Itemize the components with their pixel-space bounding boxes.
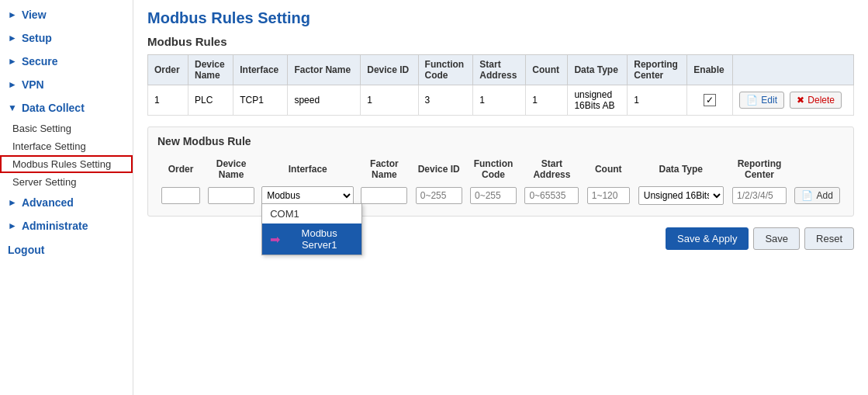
col-header-reporting-center: ReportingCenter	[628, 55, 687, 85]
input-device-id-cell	[412, 183, 466, 208]
table-row: 1 PLC TCP1 speed 1 3 1 1 unsigned16Bits …	[148, 85, 854, 116]
input-add-cell: 📄 Add	[790, 183, 844, 208]
chevron-right-icon: ►	[8, 56, 17, 67]
sidebar-sub-label: Server Setting	[12, 176, 76, 188]
cell-interface: TCP1	[233, 85, 288, 116]
count-input[interactable]	[587, 187, 630, 204]
save-button[interactable]: Save	[753, 227, 800, 250]
start-address-input[interactable]	[524, 187, 579, 204]
sidebar-sub-label: Modbus Rules Setting	[12, 158, 111, 170]
col-header-count: Count	[526, 55, 568, 85]
col-header-device-name: DeviceName	[188, 55, 233, 85]
save-label: Save	[765, 233, 788, 244]
sidebar-sub-modbus-rules-setting[interactable]: Modbus Rules Setting	[0, 155, 133, 173]
function-code-input[interactable]	[470, 187, 517, 204]
sidebar-sub-interface-setting[interactable]: Interface Setting	[0, 137, 133, 155]
cell-start-address: 1	[473, 85, 526, 116]
edit-icon: 📄	[746, 95, 758, 106]
dd-item-com1[interactable]: COM1	[262, 204, 361, 223]
sidebar-item-label: Secure	[22, 55, 58, 68]
input-col-factor-name: FactorName	[357, 155, 411, 183]
add-button[interactable]: 📄 Add	[794, 187, 839, 204]
col-header-start-address: StartAddress	[473, 55, 526, 85]
input-col-device-id: Device ID	[412, 155, 466, 183]
input-order-cell	[157, 183, 204, 208]
arrow-icon: ➡	[270, 232, 280, 247]
sidebar-item-label: Advanced	[22, 196, 74, 209]
input-col-start-address: StartAddress	[520, 155, 583, 183]
input-col-order: Order	[157, 155, 204, 183]
input-col-data-type: Data Type	[634, 155, 728, 183]
sidebar-sub-label: Interface Setting	[12, 140, 86, 152]
input-col-interface: Interface	[258, 155, 357, 183]
input-col-add	[790, 155, 844, 183]
input-device-name-cell	[204, 183, 258, 208]
chevron-right-icon: ►	[8, 9, 17, 20]
reporting-center-input[interactable]	[732, 187, 787, 204]
chevron-right-icon: ►	[8, 33, 17, 43]
col-header-actions	[733, 55, 854, 85]
save-apply-button[interactable]: Save & Apply	[666, 227, 749, 250]
add-label: Add	[816, 190, 832, 201]
cell-enable: ✓	[687, 85, 733, 116]
input-interface-cell: Modbus COM1 Modbus Server1 COM1 ➡	[258, 183, 357, 208]
col-header-enable: Enable	[687, 55, 733, 85]
order-input[interactable]	[161, 187, 200, 204]
cell-device-id: 1	[361, 85, 418, 116]
input-col-count: Count	[583, 155, 634, 183]
data-type-select[interactable]: Unsigned 16Bits Signed 16Bits Unsigned 3…	[638, 186, 724, 205]
col-header-factor-name: Factor Name	[288, 55, 361, 85]
input-count-cell	[583, 183, 634, 208]
device-id-input[interactable]	[416, 187, 462, 204]
chevron-down-icon: ▼	[8, 102, 17, 113]
sidebar-item-setup[interactable]: ► Setup	[0, 26, 133, 50]
delete-label: Delete	[807, 95, 835, 106]
new-rule-table: Order DeviceName Interface FactorName De…	[157, 155, 844, 208]
reset-button[interactable]: Reset	[804, 227, 854, 250]
new-rule-input-row: Modbus COM1 Modbus Server1 COM1 ➡	[157, 183, 844, 208]
sidebar-item-vpn[interactable]: ► VPN	[0, 73, 133, 96]
sidebar-item-label: Setup	[22, 32, 52, 44]
enable-checkbox[interactable]: ✓	[704, 94, 716, 106]
chevron-right-icon: ►	[8, 79, 17, 90]
new-rule-title: New Modbus Rule	[157, 135, 844, 147]
cell-factor-name: speed	[288, 85, 361, 116]
input-start-address-cell	[520, 183, 583, 208]
cell-order: 1	[148, 85, 188, 116]
col-header-device-id: Device ID	[361, 55, 418, 85]
sidebar-item-advanced[interactable]: ► Advanced	[0, 191, 133, 214]
edit-button[interactable]: 📄 Edit	[739, 92, 784, 109]
main-content: Modbus Rules Setting Modbus Rules Order …	[133, 0, 868, 395]
sidebar-item-view[interactable]: ► View	[0, 3, 133, 26]
input-col-device-name: DeviceName	[204, 155, 258, 183]
sidebar-item-data-collect[interactable]: ▼ Data Collect	[0, 96, 133, 120]
delete-button[interactable]: ✖ Delete	[790, 92, 842, 109]
sidebar-sub-label: Basic Setting	[12, 123, 71, 134]
col-header-interface: Interface	[233, 55, 288, 85]
col-header-data-type: Data Type	[568, 55, 628, 85]
chevron-right-icon: ►	[8, 220, 17, 231]
input-reporting-center-cell	[728, 183, 791, 208]
sidebar-item-administrate[interactable]: ► Administrate	[0, 214, 133, 237]
page-title: Modbus Rules Setting	[147, 9, 854, 27]
reset-label: Reset	[816, 233, 842, 244]
logout-link[interactable]: Logout	[0, 237, 133, 262]
factor-name-input[interactable]	[361, 187, 407, 204]
interface-dropdown-menu: COM1 ➡ Modbus Server1	[261, 203, 362, 255]
input-col-reporting-center: ReportingCenter	[728, 155, 791, 183]
device-name-input[interactable]	[208, 187, 254, 204]
sidebar-sub-basic-setting[interactable]: Basic Setting	[0, 120, 133, 137]
input-factor-name-cell	[357, 183, 411, 208]
interface-select[interactable]: Modbus COM1 Modbus Server1	[261, 186, 354, 205]
col-header-order: Order	[148, 55, 188, 85]
sidebar-item-secure[interactable]: ► Secure	[0, 50, 133, 73]
input-function-code-cell	[466, 183, 520, 208]
input-data-type-cell: Unsigned 16Bits Signed 16Bits Unsigned 3…	[634, 183, 728, 208]
cell-actions: 📄 Edit ✖ Delete	[733, 85, 854, 116]
edit-label: Edit	[761, 95, 777, 106]
dd-com1-label: COM1	[270, 208, 299, 220]
interface-dropdown-wrapper: Modbus COM1 Modbus Server1 COM1 ➡	[261, 186, 354, 205]
dd-item-modbus-server1[interactable]: ➡ Modbus Server1	[262, 223, 361, 255]
sidebar-sub-server-setting[interactable]: Server Setting	[0, 173, 133, 191]
delete-icon: ✖	[797, 95, 804, 106]
